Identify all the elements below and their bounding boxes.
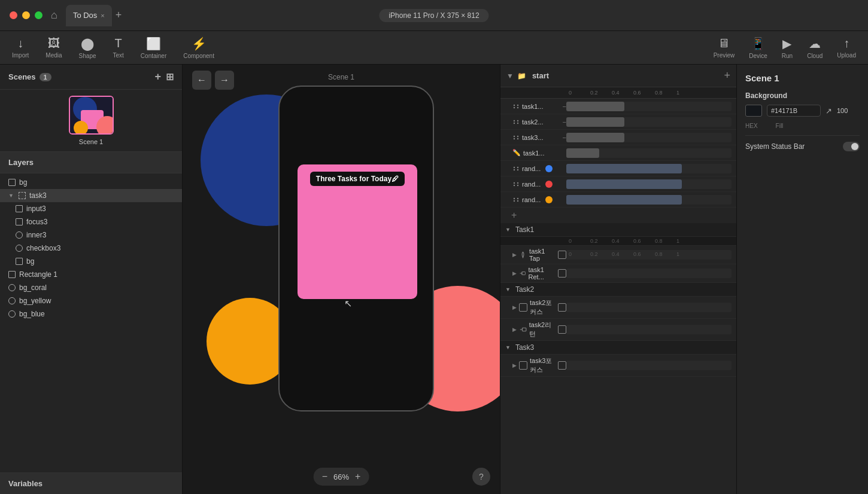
timeline-add-button[interactable]: + bbox=[724, 69, 730, 82]
layer-item-input3[interactable]: input3 bbox=[0, 202, 182, 215]
zoom-bar: − 66% + bbox=[314, 468, 369, 486]
scenes-count-badge: 1 bbox=[40, 73, 51, 81]
tl-row-task1b: ✏️ task1... bbox=[500, 145, 736, 161]
layer-item-bg-coral[interactable]: bg_coral bbox=[0, 281, 182, 294]
layer-name-input3: input3 bbox=[26, 205, 46, 213]
section-expand-icon[interactable]: ▼ bbox=[505, 286, 511, 292]
layer-item-bg-yellow[interactable]: bg_yellow bbox=[0, 294, 182, 307]
color-swatch[interactable] bbox=[745, 105, 762, 117]
nav-back-button[interactable]: ← bbox=[192, 71, 211, 90]
layer-item-focus3[interactable]: focus3 bbox=[0, 215, 182, 228]
layer-name-checkbox3: checkbox3 bbox=[26, 244, 60, 252]
pink-card-label: Three Tasks for Today🖊 bbox=[310, 172, 405, 186]
layer-item-checkbox3[interactable]: checkbox3 bbox=[0, 242, 182, 255]
color-dot-yellow bbox=[545, 196, 553, 203]
component-button[interactable]: ⚡ Component bbox=[183, 36, 214, 59]
import-button[interactable]: ↓ Import bbox=[12, 36, 29, 59]
svg-rect-30 bbox=[522, 328, 526, 331]
home-icon[interactable]: ⌂ bbox=[51, 9, 57, 22]
folder-icon: 📁 bbox=[517, 72, 526, 80]
tl-block bbox=[566, 133, 624, 142]
preview-button[interactable]: 🖥 Preview bbox=[714, 36, 735, 59]
layer-item-bg-blue[interactable]: bg_blue bbox=[0, 307, 182, 321]
rect-icon bbox=[16, 205, 23, 212]
svg-point-16 bbox=[517, 138, 518, 139]
rect-icon bbox=[8, 179, 16, 186]
phone-frame: Three Tasks for Today🖊 bbox=[278, 86, 434, 411]
scene-thumb-label: Scene 1 bbox=[79, 138, 103, 145]
add-tab-button[interactable]: + bbox=[116, 9, 122, 22]
close-button[interactable] bbox=[10, 11, 17, 19]
fill-label: Fill bbox=[776, 123, 784, 129]
container-button[interactable]: ⬜ Container bbox=[141, 36, 166, 59]
device-button[interactable]: 📱 Device bbox=[749, 36, 767, 59]
layer-item-bg-child[interactable]: bg bbox=[0, 255, 182, 268]
layers-list: bg ▼ task3 input3 focus3 inner3 bbox=[0, 173, 182, 472]
cloud-button[interactable]: ☁ Cloud bbox=[807, 36, 823, 59]
close-tab-icon[interactable]: × bbox=[101, 12, 104, 19]
minimize-button[interactable] bbox=[22, 11, 30, 19]
rp-background-label: Background bbox=[745, 92, 860, 100]
add-scene-button[interactable]: + bbox=[154, 71, 161, 83]
fill-value[interactable]: 100 bbox=[837, 107, 848, 114]
circle-icon bbox=[8, 297, 16, 304]
status-bar-label: System Status Bar bbox=[745, 142, 805, 151]
tl-block bbox=[566, 148, 599, 158]
hex-label: HEX bbox=[745, 123, 758, 129]
layer-name-focus3: focus3 bbox=[26, 218, 47, 226]
status-bar-toggle[interactable] bbox=[843, 142, 860, 151]
svg-point-19 bbox=[517, 166, 518, 167]
tl-row-name: ▶ task1 Ret... bbox=[512, 266, 566, 280]
tab-todos[interactable]: To Dos × bbox=[66, 5, 112, 26]
svg-point-25 bbox=[514, 197, 515, 199]
toolbar: ↓ Import 🖼 Media ⬤ Shape T Text ⬜ Contai… bbox=[0, 31, 868, 65]
layer-name-bg-child: bg bbox=[26, 257, 34, 266]
help-button[interactable]: ? bbox=[472, 468, 490, 486]
drag-icon bbox=[512, 196, 520, 203]
task1-ruler: 0 0.2 0.4 0.6 0.8 1 bbox=[500, 237, 736, 246]
tl-track bbox=[566, 117, 732, 127]
zoom-in-button[interactable]: + bbox=[355, 471, 360, 482]
upload-button[interactable]: ↑ Upload bbox=[837, 36, 856, 59]
maximize-button[interactable] bbox=[35, 11, 43, 19]
zoom-out-button[interactable]: − bbox=[322, 471, 327, 482]
view-toggle-button[interactable]: ⊞ bbox=[166, 71, 174, 83]
cloud-icon: ☁ bbox=[809, 36, 821, 51]
timeline-header: ▼ 📁 start + bbox=[500, 65, 736, 87]
timeline-expand-icon[interactable]: ▼ bbox=[506, 72, 514, 80]
expand-icon[interactable]: ▶ bbox=[512, 327, 517, 333]
svg-point-26 bbox=[514, 200, 515, 201]
canvas[interactable]: ← → Scene 1 Three Tasks for Today🖊 ↖ bbox=[183, 65, 500, 494]
text-button[interactable]: T Text bbox=[113, 36, 124, 59]
svg-point-11 bbox=[517, 120, 518, 121]
add-timeline-row-button[interactable]: + bbox=[500, 208, 736, 223]
timeline-scene-name: start bbox=[532, 71, 549, 80]
layer-item-rect1[interactable]: Rectangle 1 bbox=[0, 268, 182, 281]
layer-item-task3[interactable]: ▼ task3 bbox=[0, 189, 182, 202]
section-task3-label: Task3 bbox=[515, 343, 534, 352]
layer-item-bg[interactable]: bg bbox=[0, 176, 182, 189]
run-button[interactable]: ▶ Run bbox=[782, 36, 793, 59]
tl-track bbox=[566, 195, 732, 205]
circle-icon bbox=[8, 310, 16, 318]
hex-input[interactable]: #14171B bbox=[767, 105, 821, 117]
shape-button[interactable]: ⬤ Shape bbox=[79, 36, 96, 59]
tl-row-name: rand... bbox=[512, 165, 566, 172]
section-expand-icon[interactable]: ▼ bbox=[505, 344, 511, 350]
expand-icon[interactable]: ▶ bbox=[512, 362, 517, 368]
media-button[interactable]: 🖼 Media bbox=[45, 36, 62, 59]
expand-icon[interactable]: ▶ bbox=[512, 252, 517, 258]
scene-thumb[interactable] bbox=[69, 96, 114, 135]
svg-rect-29 bbox=[522, 272, 526, 275]
tl-row-task2-focus: ▶ task2포커스 bbox=[500, 297, 736, 319]
layer-item-inner3[interactable]: inner3 bbox=[0, 228, 182, 242]
svg-point-3 bbox=[74, 121, 88, 135]
expand-icon[interactable]: ▶ bbox=[512, 270, 517, 276]
timeline-ruler: 0 0.2 0.4 0.6 0.8 1 bbox=[500, 87, 736, 99]
nav-forward-button[interactable]: → bbox=[215, 71, 234, 90]
expand-icon[interactable]: ▶ bbox=[512, 304, 517, 310]
frame-icon bbox=[558, 325, 566, 334]
frame-icon bbox=[519, 361, 527, 370]
section-expand-icon[interactable]: ▼ bbox=[505, 227, 511, 233]
tl-track bbox=[566, 133, 732, 142]
